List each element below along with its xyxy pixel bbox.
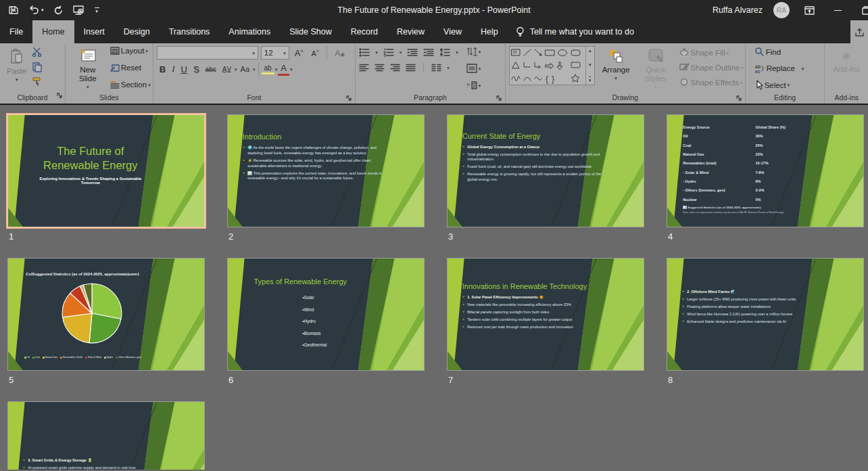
slide-title: Current State of Energy — [462, 132, 604, 140]
tab-home[interactable]: Home — [32, 20, 74, 43]
undo-icon[interactable]: ▾ — [28, 5, 44, 15]
slide-thumbnail-7[interactable]: Innovations in Renewable Technology►1. S… — [447, 258, 644, 371]
convert-to-smartart-button[interactable]: ▾ — [465, 80, 483, 91]
shapes-gallery-scrollbar[interactable]: ▴▾▾ — [585, 47, 594, 85]
clear-formatting-button[interactable]: A◆ — [332, 47, 347, 59]
cut-icon[interactable] — [32, 47, 43, 57]
tab-help[interactable]: Help — [471, 20, 508, 43]
tab-insert[interactable]: Insert — [74, 20, 114, 43]
font-group-label: Font — [155, 93, 354, 104]
tab-slide-show[interactable]: Slide Show — [280, 20, 341, 43]
text-shadow-button[interactable]: S — [191, 64, 202, 75]
tab-record[interactable]: Record — [341, 20, 387, 43]
addins-group-label: Add-ins — [826, 93, 867, 104]
tab-view[interactable]: View — [434, 20, 471, 43]
line-spacing-button[interactable] — [439, 48, 450, 57]
select-button[interactable]: Select▾ — [753, 79, 806, 91]
minimize-icon[interactable] — [829, 1, 846, 19]
slide-thumbnail-8[interactable]: ►2. Offshore Wind Farms 🌊►Larger turbine… — [667, 258, 864, 371]
shape-outline-button[interactable]: Shape Outline▾ — [678, 62, 745, 73]
slide-thumbnail-4[interactable]: Energy SourceGlobal Share (%)Oil30%Coal2… — [667, 114, 864, 227]
align-center-button[interactable] — [375, 64, 385, 72]
quick-styles-button[interactable]: Quick Styles ▾ — [637, 46, 674, 91]
tab-review[interactable]: Review — [387, 20, 434, 43]
copy-icon[interactable] — [32, 62, 43, 72]
highlight-color-button[interactable]: ab — [262, 64, 274, 74]
replace-button[interactable]: abac Replace▾ — [753, 63, 806, 74]
font-dialog-launcher[interactable] — [346, 95, 352, 102]
font-color-button[interactable]: A — [278, 62, 289, 76]
section-button[interactable]: Section▾ — [109, 80, 152, 89]
justify-button[interactable] — [406, 64, 416, 72]
slide-number: 3 — [448, 231, 644, 242]
font-name-combo[interactable]: ▾ — [157, 46, 258, 60]
drawing-dialog-launcher[interactable] — [736, 95, 742, 102]
tab-file[interactable]: File — [0, 20, 32, 43]
grow-font-button[interactable]: A˄ — [292, 47, 306, 59]
font-size-combo[interactable]: 12▾ — [261, 46, 289, 60]
shapes-gallery[interactable]: { } ▴▾▾ — [509, 46, 595, 85]
slide-number: 2 — [228, 231, 425, 242]
decrease-indent-button[interactable] — [407, 48, 418, 57]
tab-animations[interactable]: Animations — [219, 20, 280, 43]
slide-thumbnail-1[interactable]: The Future of Renewable EnergyExploring … — [7, 114, 205, 227]
shrink-font-button[interactable]: A˅ — [309, 48, 322, 58]
user-name[interactable]: Ruffa Alvarez — [713, 5, 763, 15]
reset-button[interactable]: Reset — [109, 63, 152, 73]
ribbon-display-options-icon[interactable] — [800, 1, 818, 19]
customize-qat-icon[interactable]: ▾ — [95, 7, 99, 14]
tab-design[interactable]: Design — [114, 20, 160, 43]
strikethrough-button[interactable]: abc — [203, 65, 219, 74]
underline-button[interactable]: U — [178, 64, 190, 75]
align-right-button[interactable] — [390, 64, 400, 72]
title-bar: ▾ ▾ The Future of Renewable Energy.pptx … — [0, 0, 868, 20]
increase-indent-button[interactable] — [423, 48, 434, 57]
ribbon: Paste ▾ Clipboard New Slide ▾ — [0, 43, 868, 105]
bullets-button[interactable] — [359, 48, 370, 57]
layout-button[interactable]: Layout▾ — [109, 46, 152, 55]
tell-me-box[interactable]: Tell me what you want to do — [508, 20, 642, 43]
format-painter-icon[interactable] — [32, 76, 43, 89]
align-text-button[interactable]: ▾ — [465, 63, 483, 74]
slide-cell: ►3. Smart Grids & Energy Storage 🔋►AI-po… — [7, 401, 205, 470]
slide-thumbnail-9[interactable]: ►3. Smart Grids & Energy Storage 🔋►AI-po… — [7, 401, 205, 470]
repeat-icon[interactable] — [53, 5, 64, 16]
arrange-button[interactable]: Arrange ▾ — [599, 46, 633, 83]
shape-effects-button[interactable]: Shape Effects▾ — [678, 77, 745, 88]
slide-thumbnail-6[interactable]: Types of Renewable Energy•Solar•Wind•Hyd… — [227, 258, 425, 371]
align-left-button[interactable] — [359, 64, 369, 72]
pie-chart — [61, 282, 123, 344]
slide-cell: Types of Renewable Energy•Solar•Wind•Hyd… — [227, 258, 425, 401]
find-button[interactable]: Find — [753, 46, 806, 58]
slide-bullet-list: ►1. Solar Panel Efficiency Improvements … — [462, 295, 604, 330]
bold-button[interactable]: B — [157, 64, 168, 75]
avatar[interactable]: RA — [773, 2, 790, 18]
share-icon[interactable] — [850, 20, 868, 43]
slide-thumbnail-3[interactable]: Current State of Energy►Global Energy Co… — [447, 114, 644, 227]
paragraph-dialog-launcher[interactable] — [496, 95, 502, 102]
text-direction-button[interactable]: ▾ — [465, 46, 483, 57]
character-spacing-button[interactable]: A̲V̲ — [220, 65, 234, 74]
paste-icon — [9, 48, 25, 66]
slide-thumbnail-5[interactable]: ColSuggested Statistics (as of 2024-2025… — [7, 258, 205, 371]
addins-group: Add-ins Add-ins — [825, 43, 868, 104]
addins-button[interactable]: Add-ins — [830, 46, 863, 76]
start-slideshow-icon[interactable] — [73, 5, 85, 16]
italic-button[interactable]: I — [169, 63, 177, 75]
save-icon[interactable] — [8, 5, 19, 16]
new-slide-button[interactable]: New Slide ▾ — [69, 46, 107, 91]
slide-title: Types of Renewable Energy — [236, 277, 365, 286]
change-case-button[interactable]: Aa — [238, 64, 252, 74]
slide-title: Introduction — [243, 133, 385, 141]
columns-button[interactable] — [431, 64, 441, 72]
shape-fill-button[interactable]: Shape Fill▾ — [678, 47, 745, 58]
paste-button[interactable]: Paste ▾ — [3, 46, 30, 84]
slide-bullet-list: ►Global Energy Consumption at a Glance►T… — [462, 145, 604, 183]
restore-icon[interactable] — [857, 1, 868, 19]
quick-styles-icon — [647, 48, 665, 64]
tab-transitions[interactable]: Transitions — [160, 20, 220, 43]
numbering-button[interactable] — [383, 48, 394, 57]
slide-thumbnail-2[interactable]: Introduction►🌍 As the world faces the ur… — [227, 114, 425, 227]
new-slide-icon — [79, 48, 97, 64]
clipboard-group: Paste ▾ Clipboard — [0, 43, 66, 104]
